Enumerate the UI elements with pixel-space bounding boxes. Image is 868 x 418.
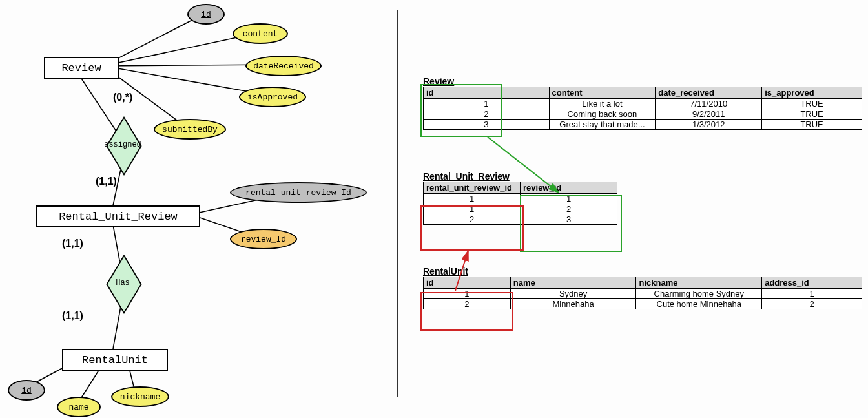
- table-cell: Sydney: [510, 289, 636, 299]
- entity-label: Rental_Unit_Review: [59, 211, 178, 223]
- table-cell: 1: [424, 204, 521, 214]
- table-cell: 1: [762, 289, 862, 299]
- attr-review-id: id: [187, 4, 225, 25]
- column-header: date_received: [656, 87, 762, 99]
- column-header: review_id: [521, 182, 617, 194]
- attr-isapproved: isApproved: [239, 87, 306, 107]
- rel-assigned: assigned: [97, 129, 149, 162]
- table-cell: 1/3/2012: [656, 120, 762, 130]
- attr-label: submittedBy: [162, 125, 218, 134]
- entity-rentalunit: RentalUnit: [62, 349, 168, 371]
- table-cell: 3: [521, 214, 617, 225]
- table-cell: 1: [424, 194, 521, 204]
- table-review: idcontentdate_receivedis_approved1Like i…: [423, 87, 862, 130]
- table-rentalunit: idnamenicknameaddress_id1SydneyCharming …: [423, 277, 862, 309]
- entity-review: Review: [44, 57, 119, 79]
- table-row: 2Coming back soon9/2/2011TRUE: [424, 109, 862, 120]
- table-cell: Coming back soon: [549, 109, 656, 120]
- table-row: 23: [424, 214, 617, 225]
- svg-line-1: [103, 34, 255, 66]
- table-cell: 7/11/2010: [656, 99, 762, 109]
- attr-label: name: [68, 402, 88, 412]
- attr-review-fk: review_Id: [230, 229, 297, 249]
- table-cell: 3: [424, 120, 550, 130]
- cardinality-1-1-c: (1,1): [62, 310, 83, 322]
- attr-ru-name: name: [57, 397, 101, 417]
- table-cell: 2: [521, 204, 617, 214]
- attr-label: review_Id: [241, 235, 286, 244]
- attr-label: id: [21, 386, 32, 395]
- table-cell: Charming home Sydney: [636, 289, 762, 299]
- entity-label: RentalUnit: [82, 354, 148, 366]
- table-rental-unit-review: rental_unit_review_idreview_id111223: [423, 182, 617, 225]
- attr-content: content: [232, 23, 288, 44]
- column-header: rental_unit_review_id: [424, 182, 521, 194]
- table-cell: 2: [424, 214, 521, 225]
- attr-ru-id: id: [8, 380, 45, 401]
- attr-ru-nickname: nickname: [111, 386, 169, 407]
- table-row: 11: [424, 194, 617, 204]
- er-diagram-panel: Review id content dateReceived isApprove…: [0, 0, 388, 418]
- column-header: id: [424, 87, 550, 99]
- column-header: content: [549, 87, 656, 99]
- table-cell: 9/2/2011: [656, 109, 762, 120]
- attr-label: id: [201, 10, 211, 19]
- attr-label: isApproved: [247, 92, 298, 102]
- cardinality-1-1-a: (1,1): [96, 176, 117, 187]
- table-cell: 1: [424, 289, 511, 299]
- attr-label: dateReceived: [253, 61, 314, 71]
- rel-label: assigned: [97, 140, 149, 149]
- attr-rur-id: rental_unit_review_Id: [230, 182, 367, 203]
- table-cell: Like it a lot: [549, 99, 656, 109]
- column-header: name: [510, 277, 636, 289]
- table-cell: 2: [424, 299, 511, 309]
- table-cell: TRUE: [762, 99, 862, 109]
- table-row: 1SydneyCharming home Sydney1: [424, 289, 862, 299]
- table-title-rur: Rental_Unit_Review: [423, 171, 862, 182]
- table-cell: 2: [762, 299, 862, 309]
- table-cell: TRUE: [762, 109, 862, 120]
- attr-submittedby: submittedBy: [154, 119, 226, 140]
- attr-label: rental_unit_review_Id: [245, 188, 351, 198]
- entity-rental-unit-review: Rental_Unit_Review: [36, 205, 200, 227]
- rel-has: Has: [97, 267, 149, 300]
- table-cell: Great stay that made...: [549, 120, 656, 130]
- attr-label: content: [243, 29, 278, 39]
- table-row: 1Like it a lot7/11/2010TRUE: [424, 99, 862, 109]
- entity-label: Review: [61, 62, 101, 74]
- table-row: 2MinnehahaCute home Minnehaha2: [424, 299, 862, 309]
- table-cell: 1: [521, 194, 617, 204]
- cardinality-1-1-b: (1,1): [62, 238, 83, 249]
- table-cell: TRUE: [762, 120, 862, 130]
- table-cell: Minnehaha: [510, 299, 636, 309]
- cardinality-0-star: (0,*): [113, 92, 132, 103]
- column-header: id: [424, 277, 511, 289]
- table-cell: Cute home Minnehaha: [636, 299, 762, 309]
- vertical-divider: [397, 10, 398, 397]
- column-header: is_approved: [762, 87, 862, 99]
- table-title-rentalunit: RentalUnit: [423, 266, 862, 277]
- attr-datereceived: dateReceived: [245, 56, 322, 76]
- tables-panel: Review idcontentdate_receivedis_approved…: [423, 76, 862, 329]
- rel-label: Has: [97, 278, 149, 287]
- column-header: nickname: [636, 277, 762, 289]
- table-row: 12: [424, 204, 617, 214]
- attr-label: nickname: [120, 392, 160, 402]
- column-header: address_id: [762, 277, 862, 289]
- table-cell: 2: [424, 109, 550, 120]
- table-cell: 1: [424, 99, 550, 109]
- table-title-review: Review: [423, 76, 862, 87]
- table-row: 3Great stay that made...1/3/2012TRUE: [424, 120, 862, 130]
